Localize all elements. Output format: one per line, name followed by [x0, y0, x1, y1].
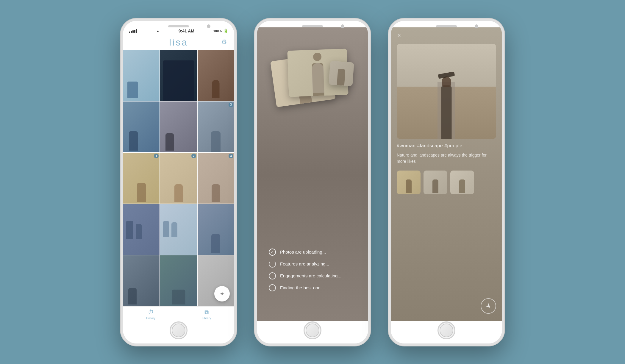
- photo-cell[interactable]: [160, 101, 197, 152]
- status-item-2: Features are analyzing...: [269, 260, 341, 268]
- home-button-inner: [306, 324, 319, 337]
- photo-cell[interactable]: [198, 204, 234, 255]
- phone-bottom: [257, 321, 368, 343]
- photo-cell[interactable]: 3: [198, 101, 234, 152]
- nav-history-label: History: [146, 317, 155, 320]
- photo-badge: 3: [229, 102, 233, 107]
- status-list: ✓ Photos are uploading... Features are a…: [269, 249, 341, 291]
- speaker: [302, 25, 323, 27]
- status-item-1: ✓ Photos are uploading...: [269, 249, 341, 256]
- phone-1: ▲ 9:41 AM 100% 🔋 lisa ⚙: [121, 18, 237, 346]
- photo-cell[interactable]: 2: [160, 153, 197, 203]
- status-item-3: Engagements are calculating...: [269, 272, 341, 279]
- speaker: [436, 25, 457, 27]
- home-button[interactable]: [170, 321, 188, 339]
- photo-grid: 3 1 2 4: [123, 50, 234, 306]
- settings-icon[interactable]: ⚙: [221, 38, 229, 46]
- share-icon: ➤: [484, 301, 493, 310]
- photo-cell[interactable]: 4: [198, 153, 234, 203]
- status-text-4: Finding the best one...: [280, 285, 324, 290]
- check-icon-empty: [269, 272, 276, 279]
- front-camera: [341, 24, 344, 28]
- nav-library[interactable]: ⧉ Library: [202, 309, 211, 320]
- photo-cell[interactable]: [123, 204, 160, 255]
- battery-icon: 100% 🔋: [213, 29, 228, 33]
- result-screen: × #woman #landscape #people: [391, 27, 502, 321]
- phone-2: ✓ Photos are uploading... Features are a…: [254, 18, 371, 346]
- phone-top-notch: [123, 21, 234, 27]
- status-bar: ▲ 9:41 AM 100% 🔋: [123, 27, 234, 35]
- status-time: 9:41 AM: [179, 29, 194, 33]
- photo-cell[interactable]: 1: [123, 153, 160, 203]
- speaker: [168, 25, 189, 27]
- thumbnail-2[interactable]: [424, 171, 447, 194]
- front-camera: [207, 24, 210, 28]
- bottom-nav: ⏱ History ⧉ Library: [123, 306, 234, 321]
- status-text-1: Photos are uploading...: [280, 249, 326, 254]
- phone-bottom: [391, 321, 502, 343]
- wifi-icon: ▲: [156, 29, 160, 33]
- share-button[interactable]: ➤: [481, 298, 496, 314]
- phone-bottom: [123, 321, 234, 343]
- uploading-screen: ✓ Photos are uploading... Features are a…: [257, 27, 368, 321]
- home-button[interactable]: [304, 321, 321, 339]
- status-text-3: Engagements are calculating...: [280, 273, 341, 278]
- front-camera: [475, 24, 478, 28]
- spinner-icon: [269, 260, 276, 268]
- app-title: lisa: [136, 37, 221, 48]
- check-icon-empty-2: [269, 284, 276, 291]
- status-item-4: Finding the best one...: [269, 284, 341, 291]
- photo-cell[interactable]: [160, 50, 197, 101]
- phone2-screen: ✓ Photos are uploading... Features are a…: [257, 27, 368, 321]
- photo-cell[interactable]: [160, 255, 197, 306]
- photo-cell[interactable]: [123, 50, 160, 101]
- photo-stack: [257, 33, 368, 129]
- app-header: lisa ⚙: [123, 35, 234, 50]
- phone1-screen: lisa ⚙: [123, 35, 234, 321]
- home-button-inner: [172, 324, 185, 337]
- thumbnail-row: [391, 168, 502, 197]
- hashtags: #woman #landscape #people: [391, 139, 502, 150]
- history-icon: ⏱: [148, 309, 154, 316]
- main-photo: [397, 44, 496, 139]
- photo-cell[interactable]: [123, 255, 160, 306]
- close-button[interactable]: ×: [395, 32, 403, 40]
- phone3-screen: × #woman #landscape #people: [391, 27, 502, 321]
- check-icon-done: ✓: [269, 249, 276, 256]
- thumbnail-3[interactable]: [450, 171, 474, 194]
- status-text-2: Features are analyzing...: [280, 261, 329, 266]
- phone-top-notch: [257, 21, 368, 27]
- magic-wand-button[interactable]: ✦: [214, 286, 230, 301]
- nav-history[interactable]: ⏱ History: [146, 309, 155, 320]
- library-icon: ⧉: [204, 309, 209, 316]
- phone-3: × #woman #landscape #people: [388, 18, 504, 346]
- photo-cell[interactable]: [198, 50, 234, 101]
- photo-badge: 2: [191, 154, 196, 158]
- nav-library-label: Library: [202, 317, 211, 320]
- photo-cell[interactable]: [123, 101, 160, 152]
- photo-cell[interactable]: [160, 204, 197, 255]
- signal-icon: [129, 29, 137, 33]
- photo-cell[interactable]: ✦: [198, 255, 234, 306]
- home-button-inner: [440, 324, 453, 337]
- photo-badge: 1: [154, 154, 159, 158]
- stack-photo-3: [329, 61, 354, 86]
- caption: Nature and landscapes are always the tri…: [391, 150, 502, 168]
- thumbnail-1[interactable]: [397, 171, 421, 194]
- photo-badge: 4: [229, 154, 233, 158]
- phone-top-notch: [391, 21, 502, 27]
- home-button[interactable]: [438, 321, 455, 339]
